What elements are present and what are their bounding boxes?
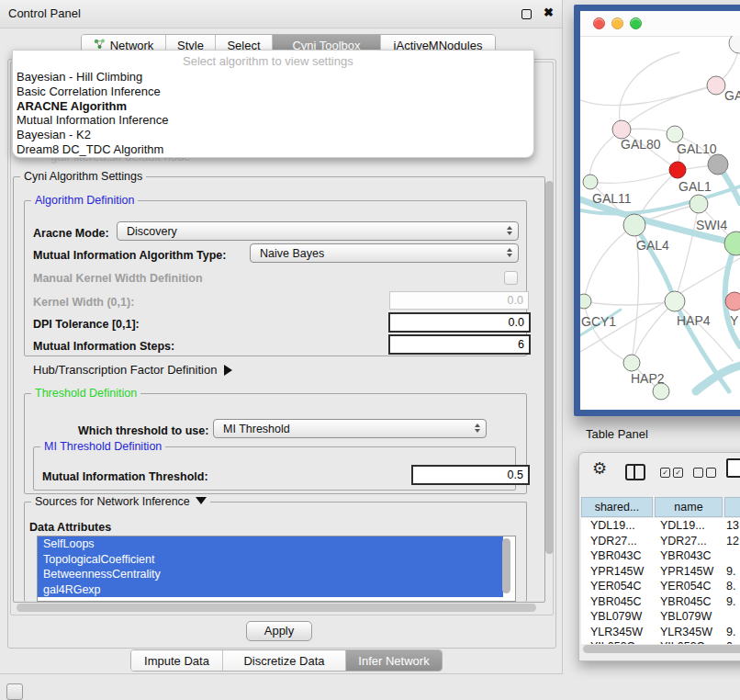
dropdown-option[interactable]: Mutual Information Inference [13, 113, 533, 128]
table-row[interactable]: YER054CYER054C8. [581, 579, 740, 594]
threshold-definition-title: Threshold Definition [31, 387, 140, 400]
network-node[interactable] [724, 231, 740, 255]
tab-discretize-data[interactable]: Discretize Data [223, 650, 346, 671]
mi-algorithm-type-value: Naive Bayes [260, 247, 324, 260]
settings-vertical-scrollbar[interactable] [545, 181, 554, 554]
table-cell: YPR145W [581, 564, 653, 580]
kernel-width-input[interactable] [389, 291, 529, 310]
hub-definition-toggle[interactable]: Hub/Transcription Factor Definition [33, 363, 232, 377]
column-header[interactable]: shared... [581, 497, 653, 517]
table-cell: YLR345W [653, 625, 721, 640]
attribute-item[interactable]: BetweennessCentrality [38, 567, 503, 582]
float-panel-icon[interactable] [521, 9, 532, 19]
dropdown-option[interactable]: Basic Correlation Inference [13, 85, 533, 99]
tab-infer-network[interactable]: Infer Network [346, 650, 442, 671]
column-header[interactable] [724, 497, 740, 517]
network-node[interactable] [623, 355, 640, 371]
dpi-tolerance-input[interactable] [388, 312, 531, 333]
table-cell: YER054C [581, 579, 653, 594]
algorithm-combo-placeholder: Select algorithm to view settings [183, 54, 353, 68]
export-table-icon[interactable] [726, 458, 740, 478]
network-node[interactable] [583, 175, 598, 189]
network-node[interactable] [580, 294, 591, 309]
network-edge [634, 225, 675, 301]
collapse-arrow-icon [196, 497, 207, 504]
deselect-all-icon[interactable] [693, 468, 716, 478]
network-canvas[interactable]: GALGAL80GAL10GAL1GAL11GAL4SWI4GCY1HAP4YH… [580, 36, 740, 410]
collapsed-panel-icon[interactable] [6, 683, 23, 700]
network-node[interactable] [708, 154, 728, 175]
network-node[interactable] [612, 120, 631, 139]
sources-title[interactable]: Sources for Network Inference [31, 495, 210, 508]
network-node[interactable] [623, 214, 645, 236]
mi-threshold-title: MI Threshold Definition [40, 440, 165, 453]
dropdown-option[interactable]: Bayesian - Hill Climbing [13, 70, 533, 85]
hub-definition-label: Hub/Transcription Factor Definition [33, 363, 217, 377]
dropdown-option[interactable]: Bayesian - K2 [13, 128, 533, 142]
manual-kernel-checkbox[interactable] [504, 271, 518, 285]
close-panel-icon[interactable]: ✖ [544, 6, 554, 19]
table-cell: YIL053C [653, 639, 721, 644]
table-cell: YDL19... [653, 518, 721, 534]
aracne-mode-select[interactable]: Discovery [117, 221, 519, 241]
network-window-titlebar [580, 11, 740, 37]
minimize-window-icon[interactable] [611, 17, 623, 29]
table-row[interactable]: YLR345WYLR345W9. [581, 625, 740, 640]
node-label: GAL80 [621, 137, 661, 152]
which-threshold-value: MI Threshold [223, 423, 290, 435]
table-row[interactable]: YBL079WYBL079W [581, 609, 740, 625]
data-attributes-list[interactable]: SelfLoopsTopologicalCoefficientBetweenne… [37, 536, 516, 602]
apply-button[interactable]: Apply [246, 621, 312, 641]
node-label: GCY1 [581, 314, 616, 329]
table-panel-window: ⚙ ✓✓ shared...name YDL19...YDL19...13YDR… [578, 452, 740, 661]
table-row[interactable]: YIL053CYIL053C0. [581, 639, 740, 644]
mi-threshold-label: Mutual Information Threshold: [42, 470, 208, 483]
table-cell: 13 [721, 518, 740, 534]
table-horizontal-scrollbar[interactable] [583, 645, 740, 653]
dropdown-option[interactable]: Dream8 DC_TDC Algorithm [13, 142, 533, 157]
algorithm-dropdown-popup: Select algorithm to view settings Bayesi… [12, 50, 534, 158]
table-cell: 12 [721, 534, 740, 549]
network-node[interactable] [707, 76, 725, 95]
close-window-icon[interactable] [593, 17, 605, 29]
table-row[interactable]: YDL19...YDL19...13 [581, 518, 740, 534]
table-row[interactable]: YDR27...YDR27...12 [581, 534, 740, 549]
which-threshold-select[interactable]: MI Threshold [213, 419, 487, 438]
network-view-window[interactable]: GALGAL80GAL10GAL1GAL11GAL4SWI4GCY1HAP4YH… [574, 5, 740, 416]
column-header[interactable]: name [655, 497, 723, 517]
network-edge [696, 366, 740, 391]
attribute-item[interactable]: gal4RGexp [38, 582, 503, 598]
table-cell: YBR043C [581, 548, 653, 564]
attribute-item[interactable]: SelfLoops [38, 536, 503, 552]
node-label: GAL11 [592, 191, 632, 206]
table-cell: YBL079W [581, 609, 653, 625]
zoom-window-icon[interactable] [630, 17, 642, 29]
network-node[interactable] [669, 162, 686, 178]
mi-steps-input[interactable] [388, 334, 531, 355]
network-node[interactable] [667, 126, 683, 142]
settings-gear-icon[interactable]: ⚙ [592, 458, 607, 479]
tab-impute-data[interactable]: Impute Data [131, 650, 223, 671]
network-node[interactable] [665, 291, 685, 311]
dropdown-option[interactable]: ARACNE Algorithm [13, 99, 533, 114]
settings-horizontal-scrollbar[interactable] [17, 604, 536, 612]
attribute-item[interactable]: TopologicalCoefficient [38, 552, 503, 568]
table-cell: YLR345W [581, 625, 653, 640]
table-cell: YDL19... [581, 518, 653, 534]
attribute-list-scrollbar[interactable] [502, 538, 510, 593]
table-row[interactable]: YBR043CYBR043C [581, 548, 740, 564]
table-panel-title: Table Panel [586, 427, 648, 441]
network-node[interactable] [725, 292, 740, 310]
table-body: YDL19...YDL19...13YDR27...YDR27...12YBR0… [581, 518, 740, 644]
mi-threshold-input[interactable] [411, 465, 530, 485]
network-node[interactable] [729, 36, 740, 53]
aracne-mode-value: Discovery [127, 225, 177, 238]
table-row[interactable]: YBR045CYBR045C9. [581, 594, 740, 610]
tab-label: Discretize Data [243, 654, 324, 668]
column-layout-icon[interactable] [625, 464, 645, 480]
mi-algorithm-type-select[interactable]: Naive Bayes [250, 243, 519, 263]
network-edge [632, 301, 675, 363]
network-node[interactable] [690, 195, 708, 213]
table-row[interactable]: YPR145WYPR145W9. [581, 564, 740, 580]
select-all-icon[interactable]: ✓✓ [660, 468, 683, 478]
